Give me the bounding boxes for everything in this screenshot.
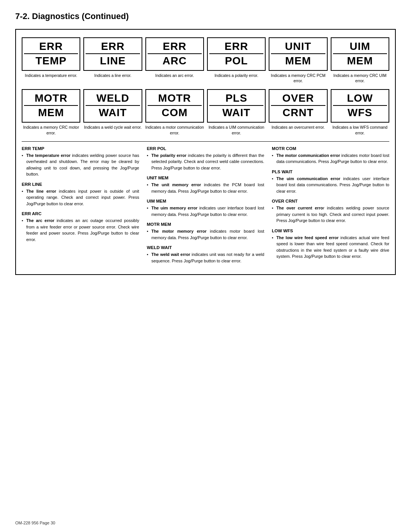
desc-list-item: The polarity error indicates the polarit… xyxy=(147,152,264,171)
error-card-uim-mem: UIMMEM xyxy=(331,37,389,71)
desc-col-1: ERR TEMPThe temperature error indicates … xyxy=(22,146,139,269)
desc-list-item: The line error indicates input power is … xyxy=(22,188,139,207)
desc-heading: WELD WAIT xyxy=(147,245,264,250)
card-bottom-err-arc: ARC xyxy=(148,54,202,68)
bottom-cards-grid: MOTRMEMIndicates a memory CRC motor erro… xyxy=(22,89,389,135)
desc-body: The temperature error indicates welding … xyxy=(22,152,139,177)
desc-section-over-crnt: OVER CRNTThe over current error indicate… xyxy=(272,199,389,224)
desc-list-item: The arc error indicates an arc outage oc… xyxy=(22,217,139,243)
card-top-uim-mem: UIM xyxy=(333,40,387,54)
card-desc-err-temp: Indicates a temperature error. xyxy=(22,73,80,78)
card-bottom-motr-com: COM xyxy=(148,106,202,120)
desc-heading: LOW WFS xyxy=(272,228,389,233)
card-wrapper-motr-com: MOTRCOMIndicates a motor communication e… xyxy=(145,89,204,135)
desc-heading: ERR POL xyxy=(147,146,264,151)
card-bottom-err-temp: TEMP xyxy=(24,54,78,68)
error-card-err-arc: ERRARC xyxy=(145,37,204,71)
card-bottom-low-wfs: WFS xyxy=(333,106,387,120)
desc-body: The uim communication error indicates us… xyxy=(272,176,389,195)
error-card-err-temp: ERRTEMP xyxy=(22,37,80,71)
desc-heading: ERR LINE xyxy=(22,182,139,187)
desc-section-unit-mem: UNIT MEMThe unit memory error indicates … xyxy=(147,176,264,194)
card-top-motr-mem: MOTR xyxy=(24,91,78,106)
card-bottom-err-line: LINE xyxy=(86,54,140,68)
desc-body: The motor communication error indicates … xyxy=(272,152,389,165)
card-desc-unit-mem: Indicates a memory CRC PCM error. xyxy=(269,73,327,83)
card-top-err-line: ERR xyxy=(86,40,140,54)
card-desc-over-crnt: Indicates an overcurrent error. xyxy=(269,125,327,130)
error-card-motr-mem: MOTRMEM xyxy=(22,89,80,123)
card-wrapper-weld-wait: WELDWAITIndicates a weld cycle wait erro… xyxy=(83,89,142,135)
card-wrapper-err-line: ERRLINEIndicates a line error. xyxy=(83,37,142,83)
desc-body: The polarity error indicates the polarit… xyxy=(147,152,264,171)
card-desc-low-wfs: Indicates a low WFS command error. xyxy=(331,125,389,135)
desc-heading: OVER CRNT xyxy=(272,199,389,203)
desc-list-item: The low wire feed speed error indicates … xyxy=(272,235,389,260)
card-bottom-err-pol: POL xyxy=(209,54,263,68)
desc-col-3: MOTR COMThe motor communication error in… xyxy=(272,146,389,269)
card-bottom-motr-mem: MEM xyxy=(24,106,78,120)
card-top-weld-wait: WELD xyxy=(86,91,140,106)
error-card-over-crnt: OVERCRNT xyxy=(269,89,327,123)
error-card-err-pol: ERRPOL xyxy=(207,37,266,71)
card-desc-weld-wait: Indicates a weld cycle wait error. xyxy=(83,125,142,130)
card-bottom-unit-mem: MEM xyxy=(271,54,325,68)
card-wrapper-err-temp: ERRTEMPIndicates a temperature error. xyxy=(22,37,80,83)
card-desc-uim-mem: Indicates a memory CRC UIM error. xyxy=(331,73,389,83)
error-card-err-line: ERRLINE xyxy=(83,37,142,71)
desc-section-err-pol: ERR POLThe polarity error indicates the … xyxy=(147,146,264,171)
top-cards-grid: ERRTEMPIndicates a temperature error.ERR… xyxy=(22,37,389,83)
card-bottom-pls-wait: WAIT xyxy=(209,106,263,120)
card-wrapper-err-arc: ERRARCIndicates an arc error. xyxy=(145,37,204,83)
desc-body: The line error indicates input power is … xyxy=(22,188,139,207)
desc-section-uim-mem: UIM MEMThe uim memory error indicates us… xyxy=(147,199,264,217)
card-top-unit-mem: UNIT xyxy=(271,40,325,54)
card-bottom-uim-mem: MEM xyxy=(333,54,387,68)
card-top-over-crnt: OVER xyxy=(271,91,325,106)
card-desc-err-arc: Indicates an arc error. xyxy=(145,73,204,78)
error-card-unit-mem: UNITMEM xyxy=(269,37,327,71)
card-wrapper-uim-mem: UIMMEMIndicates a memory CRC UIM error. xyxy=(331,37,389,83)
card-desc-pls-wait: Indicates a UIM communication error. xyxy=(207,125,266,135)
desc-list-item: The temperature error indicates welding … xyxy=(22,152,139,177)
desc-body: The arc error indicates an arc outage oc… xyxy=(22,217,139,243)
card-wrapper-pls-wait: PLSWAITIndicates a UIM communication err… xyxy=(207,89,266,135)
desc-body: The uim memory error indicates user inte… xyxy=(147,205,264,217)
card-wrapper-motr-mem: MOTRMEMIndicates a memory CRC motor erro… xyxy=(22,89,80,135)
card-wrapper-unit-mem: UNITMEMIndicates a memory CRC PCM error. xyxy=(269,37,327,83)
desc-section-low-wfs: LOW WFSThe low wire feed speed error ind… xyxy=(272,228,389,260)
desc-body: The unit memory error indicates the PCM … xyxy=(147,182,264,194)
error-card-motr-com: MOTRCOM xyxy=(145,89,204,123)
desc-list-item: The over current error indicates welding… xyxy=(272,205,389,224)
desc-heading: ERR TEMP xyxy=(22,146,139,151)
error-card-weld-wait: WELDWAIT xyxy=(83,89,142,123)
desc-list-item: The weld wait error indicates unit was n… xyxy=(147,251,264,264)
card-desc-err-pol: Indicates a polarity error. xyxy=(207,73,266,78)
card-wrapper-low-wfs: LOWWFSIndicates a low WFS command error. xyxy=(331,89,389,135)
card-bottom-over-crnt: CRNT xyxy=(271,106,325,120)
desc-heading: MOTR COM xyxy=(272,146,389,151)
desc-list-item: The motor communication error indicates … xyxy=(272,152,389,165)
desc-body: The motor memory error indicates motor b… xyxy=(147,228,264,241)
descriptions-grid: ERR TEMPThe temperature error indicates … xyxy=(22,141,389,269)
desc-heading: ERR ARC xyxy=(22,211,139,216)
desc-heading: UIM MEM xyxy=(147,199,264,203)
card-top-err-arc: ERR xyxy=(148,40,202,54)
card-top-low-wfs: LOW xyxy=(333,91,387,106)
desc-section-weld-wait: WELD WAITThe weld wait error indicates u… xyxy=(147,245,264,264)
desc-list-item: The uim communication error indicates us… xyxy=(272,176,389,195)
card-desc-motr-com: Indicates a motor communication error. xyxy=(145,125,204,135)
desc-body: The over current error indicates welding… xyxy=(272,205,389,224)
desc-list-item: The uim memory error indicates user inte… xyxy=(147,205,264,217)
desc-list-item: The motor memory error indicates motor b… xyxy=(147,228,264,241)
card-top-err-temp: ERR xyxy=(24,40,78,54)
page-title: 7-2. Diagnostics (Continued) xyxy=(15,11,396,21)
desc-heading: PLS WAIT xyxy=(272,169,389,174)
card-top-pls-wait: PLS xyxy=(209,91,263,106)
error-card-low-wfs: LOWWFS xyxy=(331,89,389,123)
page: 7-2. Diagnostics (Continued) ERRTEMPIndi… xyxy=(0,0,411,532)
card-desc-motr-mem: Indicates a memory CRC motor error. xyxy=(22,125,80,135)
main-content-box: ERRTEMPIndicates a temperature error.ERR… xyxy=(15,29,396,275)
error-card-pls-wait: PLSWAIT xyxy=(207,89,266,123)
desc-section-motr-mem: MOTR MEMThe motor memory error indicates… xyxy=(147,222,264,241)
